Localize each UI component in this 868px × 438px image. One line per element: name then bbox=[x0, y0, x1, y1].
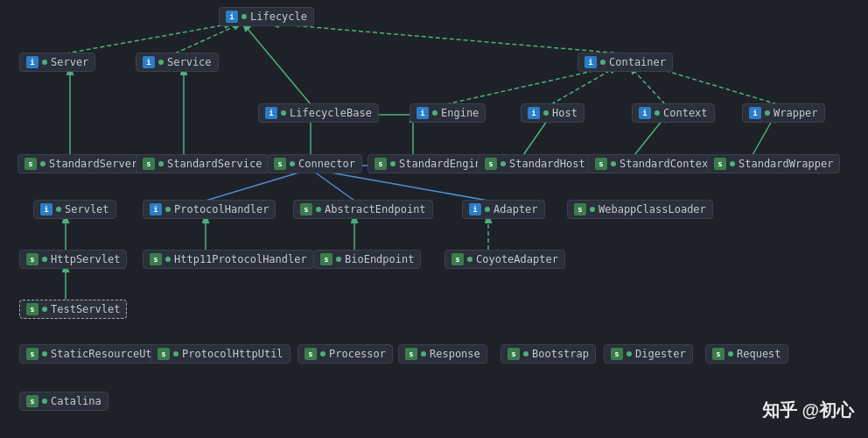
node-dot-servlet bbox=[56, 207, 61, 212]
node-icon-httpservlet: s bbox=[26, 253, 38, 265]
node-bioendpoint[interactable]: sBioEndpoint bbox=[313, 250, 421, 269]
node-label-response: Response bbox=[430, 348, 480, 360]
node-icon-servlet: i bbox=[40, 203, 52, 215]
node-dot-protocolhandler bbox=[165, 207, 171, 212]
node-request[interactable]: sRequest bbox=[705, 344, 788, 364]
node-label-webappclassloader: WebappClassLoader bbox=[598, 203, 706, 215]
node-standardwrapper[interactable]: sStandardWrapper bbox=[707, 154, 840, 173]
node-standardserver[interactable]: sStandardServer bbox=[18, 154, 144, 173]
node-dot-lifecyclebase bbox=[281, 110, 286, 116]
node-label-protocolhandler: ProtocolHandler bbox=[174, 203, 269, 215]
node-icon-standardserver: s bbox=[24, 158, 37, 170]
node-label-engine: Engine bbox=[441, 107, 479, 119]
node-coyoteadapter[interactable]: sCoyoteAdapter bbox=[444, 250, 565, 269]
node-catalina[interactable]: sCatalina bbox=[19, 392, 108, 411]
node-label-standardservice: StandardService bbox=[167, 158, 262, 170]
node-digester[interactable]: sDigester bbox=[604, 344, 693, 364]
node-dot-response bbox=[421, 351, 426, 357]
node-adapter[interactable]: iAdapter bbox=[462, 200, 545, 219]
node-icon-staticresourceutil: s bbox=[26, 348, 38, 360]
node-icon-standardcontext: s bbox=[595, 158, 607, 170]
node-http11protocolhandler[interactable]: sHttp11ProtocolHandler bbox=[143, 250, 314, 269]
node-protocolhandler[interactable]: iProtocolHandler bbox=[143, 200, 276, 219]
node-standardservice[interactable]: sStandardService bbox=[136, 154, 269, 173]
node-dot-wrapper bbox=[765, 110, 770, 116]
node-dot-adapter bbox=[485, 207, 490, 212]
node-icon-connector: s bbox=[274, 158, 286, 170]
node-icon-lifecyclebase: i bbox=[265, 107, 277, 119]
node-service[interactable]: iService bbox=[136, 53, 219, 72]
node-dot-connector bbox=[290, 161, 295, 166]
node-httpservlet[interactable]: sHttpServlet bbox=[19, 250, 127, 269]
node-icon-standardwrapper: s bbox=[714, 158, 726, 170]
node-standardengine[interactable]: sStandardEngine bbox=[368, 154, 494, 173]
node-context[interactable]: iContext bbox=[632, 103, 715, 123]
node-label-standardhost: StandardHost bbox=[509, 158, 585, 170]
node-icon-service: i bbox=[143, 56, 155, 68]
node-icon-container: i bbox=[584, 56, 597, 68]
node-dot-staticresourceutil bbox=[42, 351, 47, 357]
node-dot-standardwrapper bbox=[730, 161, 735, 166]
node-label-standardengine: StandardEngine bbox=[399, 158, 487, 170]
node-label-connector: Connector bbox=[298, 158, 355, 170]
node-host[interactable]: iHost bbox=[521, 103, 584, 123]
node-dot-service bbox=[158, 60, 164, 65]
node-icon-engine: i bbox=[416, 107, 429, 119]
node-bootstrap[interactable]: sBootstrap bbox=[500, 344, 596, 364]
node-label-http11protocolhandler: Http11ProtocolHandler bbox=[174, 253, 307, 265]
node-icon-bootstrap: s bbox=[508, 348, 520, 360]
node-icon-standardservice: s bbox=[143, 158, 155, 170]
node-dot-server bbox=[42, 60, 47, 65]
node-dot-bootstrap bbox=[523, 351, 528, 357]
node-dot-container bbox=[600, 60, 606, 65]
node-dot-standardengine bbox=[390, 161, 396, 166]
node-icon-context: i bbox=[639, 107, 651, 119]
node-icon-host: i bbox=[528, 107, 540, 119]
node-label-httpservlet: HttpServlet bbox=[51, 253, 120, 265]
node-dot-request bbox=[728, 351, 733, 357]
node-label-lifecycle: Lifecycle bbox=[250, 11, 307, 23]
node-lifecycle[interactable]: iLifecycle bbox=[219, 7, 314, 26]
node-server[interactable]: iServer bbox=[19, 53, 95, 72]
node-processor[interactable]: sProcessor bbox=[298, 344, 393, 364]
node-label-lifecyclebase: LifecycleBase bbox=[290, 107, 372, 119]
node-testservlet[interactable]: sTestServlet bbox=[19, 300, 127, 319]
node-servlet[interactable]: iServlet bbox=[33, 200, 116, 219]
node-engine[interactable]: iEngine bbox=[410, 103, 486, 123]
node-webappclassloader[interactable]: sWebappClassLoader bbox=[567, 200, 713, 219]
node-label-adapter: Adapter bbox=[494, 203, 538, 215]
node-dot-standardhost bbox=[500, 161, 506, 166]
node-label-bootstrap: Bootstrap bbox=[532, 348, 589, 360]
node-label-abstractendpoint: AbstractEndpoint bbox=[325, 203, 426, 215]
node-standardhost[interactable]: sStandardHost bbox=[478, 154, 592, 173]
node-dot-abstractendpoint bbox=[316, 207, 321, 212]
node-icon-processor: s bbox=[304, 348, 317, 360]
node-icon-webappclassloader: s bbox=[574, 203, 586, 215]
node-icon-abstractendpoint: s bbox=[300, 203, 312, 215]
node-protocolhttputil[interactable]: sProtocolHttpUtil bbox=[150, 344, 290, 364]
node-label-servlet: Servlet bbox=[65, 203, 109, 215]
node-label-service: Service bbox=[167, 56, 212, 68]
node-lifecyclebase[interactable]: iLifecycleBase bbox=[258, 103, 379, 123]
node-label-staticresourceutil: StaticResourceUtil bbox=[51, 348, 164, 360]
node-icon-protocolhttputil: s bbox=[158, 348, 170, 360]
node-label-protocolhttputil: ProtocolHttpUtil bbox=[182, 348, 284, 360]
node-response[interactable]: sResponse bbox=[398, 344, 487, 364]
node-wrapper[interactable]: iWrapper bbox=[742, 103, 825, 123]
node-dot-protocolhttputil bbox=[173, 351, 178, 357]
node-label-processor: Processor bbox=[329, 348, 386, 360]
node-label-request: Request bbox=[737, 348, 781, 360]
node-abstractendpoint[interactable]: sAbstractEndpoint bbox=[293, 200, 433, 219]
node-icon-digester: s bbox=[611, 348, 623, 360]
node-dot-context bbox=[654, 110, 660, 116]
node-dot-processor bbox=[320, 351, 326, 357]
node-icon-bioendpoint: s bbox=[320, 253, 332, 265]
node-dot-webappclassloader bbox=[590, 207, 595, 212]
node-dot-coyoteadapter bbox=[467, 257, 472, 262]
node-staticresourceutil[interactable]: sStaticResourceUtil bbox=[19, 344, 172, 364]
node-label-server: Server bbox=[51, 56, 88, 68]
node-dot-testservlet bbox=[42, 307, 47, 312]
node-standardcontext[interactable]: sStandardContext bbox=[588, 154, 721, 173]
node-connector[interactable]: sConnector bbox=[267, 154, 362, 173]
node-container[interactable]: iContainer bbox=[578, 53, 673, 72]
